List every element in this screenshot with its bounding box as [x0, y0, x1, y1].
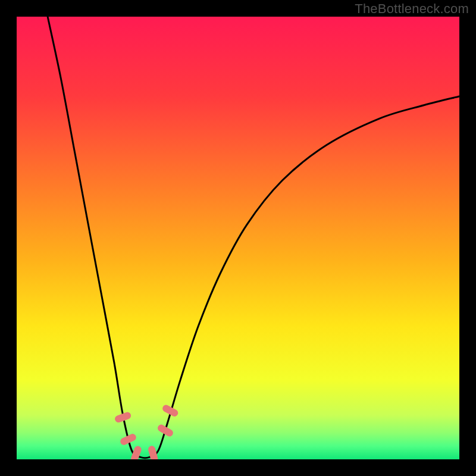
chart-svg: [17, 17, 459, 459]
bottleneck-curve: [48, 17, 459, 458]
plot-area: [17, 17, 459, 459]
curve-marker: [119, 433, 137, 446]
curve-markers: [114, 403, 179, 459]
curve-marker: [156, 423, 174, 437]
watermark-text: TheBottleneck.com: [355, 1, 469, 17]
stage: TheBottleneck.com: [0, 0, 476, 476]
